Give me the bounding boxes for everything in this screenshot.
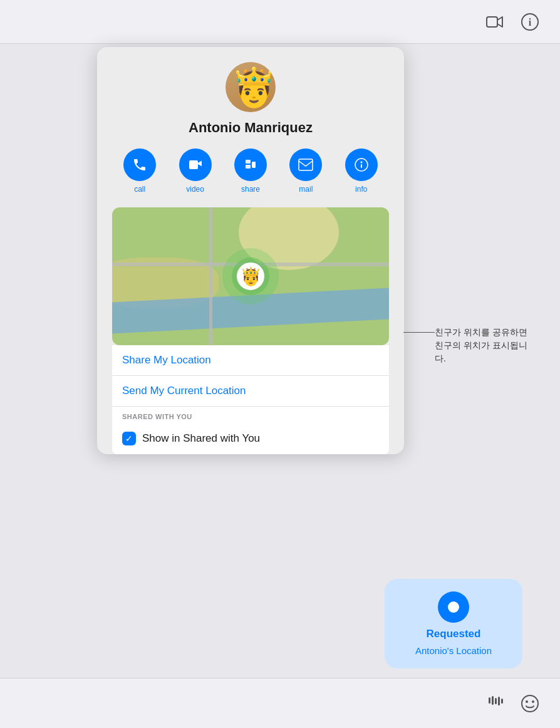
facetime-button[interactable] bbox=[484, 11, 506, 33]
shared-with-you-section: SHARED WITH YOU bbox=[112, 407, 389, 423]
svg-point-22 bbox=[526, 700, 528, 703]
info-button[interactable]: i bbox=[519, 11, 541, 33]
svg-rect-19 bbox=[498, 697, 500, 705]
avatar bbox=[226, 62, 276, 112]
action-buttons: call video bbox=[112, 148, 389, 194]
share-label: share bbox=[241, 185, 260, 194]
contact-card: Antonio Manriquez call video bbox=[97, 47, 404, 454]
callout-annotation: 친구가 위치를 공유하면 친구의 위치가 표시됩니다. bbox=[435, 326, 535, 365]
svg-rect-4 bbox=[246, 160, 251, 164]
info-label: info bbox=[355, 185, 367, 194]
svg-point-9 bbox=[360, 162, 362, 164]
svg-rect-6 bbox=[252, 162, 256, 168]
send-current-location-item[interactable]: Send My Current Location bbox=[112, 376, 389, 407]
svg-rect-10 bbox=[361, 164, 362, 168]
emoji-button[interactable] bbox=[519, 692, 541, 715]
call-label: call bbox=[134, 185, 145, 194]
mail-label: mail bbox=[299, 185, 313, 194]
location-pin: 🤴 bbox=[222, 248, 279, 304]
show-in-shared-checkbox[interactable]: ✓ bbox=[122, 432, 136, 445]
svg-rect-0 bbox=[487, 17, 497, 27]
map-area[interactable]: 🤴 Three Rivers, CA Live bbox=[112, 207, 389, 345]
svg-rect-7 bbox=[299, 159, 313, 170]
svg-rect-18 bbox=[495, 698, 497, 704]
top-bar: i bbox=[0, 0, 560, 44]
bubble-dot-inner bbox=[448, 601, 459, 613]
svg-rect-5 bbox=[246, 165, 251, 169]
road-vertical bbox=[209, 207, 212, 345]
show-in-shared-item[interactable]: ✓ Show in Shared with You bbox=[112, 423, 389, 454]
svg-rect-3 bbox=[189, 160, 198, 169]
svg-text:i: i bbox=[529, 17, 532, 28]
voice-input-button[interactable] bbox=[484, 692, 506, 715]
menu-items: Share My Location Send My Current Locati… bbox=[112, 345, 389, 454]
bubble-subtitle: Antonio's Location bbox=[415, 645, 492, 656]
video-button[interactable]: video bbox=[179, 148, 212, 194]
share-my-location-label: Share My Location bbox=[122, 354, 211, 366]
svg-point-23 bbox=[532, 700, 534, 703]
send-current-location-label: Send My Current Location bbox=[122, 385, 246, 397]
message-bubble: Requested Antonio's Location bbox=[385, 579, 522, 668]
bubble-dot bbox=[438, 591, 469, 623]
svg-point-21 bbox=[522, 695, 538, 712]
avatar-container bbox=[112, 62, 389, 112]
contact-name: Antonio Manriquez bbox=[112, 120, 389, 136]
mail-button[interactable]: mail bbox=[289, 148, 322, 194]
bottom-bar bbox=[0, 678, 560, 728]
svg-rect-16 bbox=[489, 697, 490, 704]
map-background: 🤴 bbox=[112, 207, 389, 345]
share-button[interactable]: share bbox=[234, 148, 267, 194]
share-my-location-item[interactable]: Share My Location bbox=[112, 345, 389, 376]
svg-rect-20 bbox=[501, 699, 503, 704]
bubble-title: Requested bbox=[427, 628, 481, 640]
callout-text: 친구가 위치를 공유하면 친구의 위치가 표시됩니다. bbox=[435, 327, 527, 363]
callout-line bbox=[403, 332, 435, 333]
svg-rect-17 bbox=[492, 696, 494, 705]
checkmark-icon: ✓ bbox=[125, 434, 133, 444]
call-button[interactable]: call bbox=[123, 148, 156, 194]
show-in-shared-label: Show in Shared with You bbox=[142, 432, 260, 445]
info-action-button[interactable]: info bbox=[345, 148, 378, 194]
app-background: i Antonio Manriquez call bbox=[0, 0, 560, 728]
video-label: video bbox=[186, 185, 204, 194]
